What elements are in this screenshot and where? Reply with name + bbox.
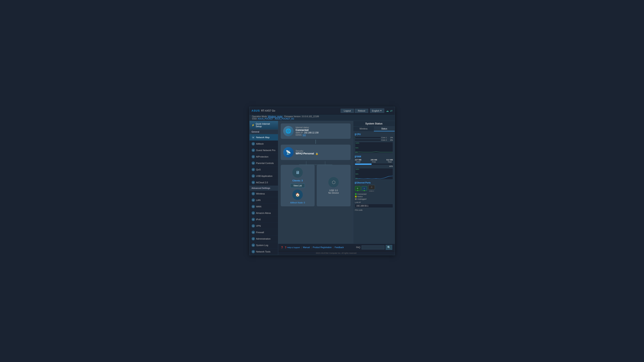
router-box: 📡 Security: WPA2-Personal 🔒: [281, 145, 350, 160]
aimesh-icon: 🏠: [292, 190, 303, 200]
sidebar-item-system-log[interactable]: ●System Log: [250, 242, 278, 249]
cpu-title: CPU: [355, 133, 393, 135]
advanced-nav: ●Wireless●LAN●WAN●Amazon Alexa●IPv6●VPN●…: [250, 191, 278, 255]
sidebar-item-vpn[interactable]: ●VPN: [250, 223, 278, 229]
ddns-link[interactable]: GO: [302, 134, 306, 136]
aimesh-label: AiMesh Node: 0: [290, 202, 305, 204]
sidebar-item-wireless[interactable]: ●Wireless: [250, 191, 278, 197]
feedback-link[interactable]: Feedback: [334, 246, 344, 249]
cpu-section: CPU Core 1 1%: [355, 133, 393, 153]
ram-bar-fill: [355, 164, 372, 165]
sidebar-item-usb-application[interactable]: ●USB Application: [250, 173, 278, 179]
help-support-link[interactable]: ❓ Help & Support: [284, 247, 300, 249]
sidebar-item-network-tools[interactable]: ●Network Tools: [250, 249, 278, 255]
administration-label: Administration: [256, 238, 271, 240]
sidebar-item-parental-controls[interactable]: ●Parental Controls: [250, 160, 278, 166]
sidebar-item-lan[interactable]: ●LAN: [250, 197, 278, 203]
sidebar-item-administration[interactable]: ●Administration: [250, 236, 278, 242]
eth-port-1-wrap: 1: [362, 186, 367, 191]
language-selector[interactable]: English ▾: [370, 108, 384, 113]
security-value: WPA2-Personal 🔒: [296, 152, 318, 155]
system-log-icon: ●: [252, 244, 255, 247]
product-reg-link[interactable]: Product Registration: [313, 246, 332, 249]
usb-icon: ⬡: [328, 177, 339, 187]
share-icon[interactable]: ⇄: [390, 109, 392, 112]
ram-bar-bg: [355, 164, 393, 165]
sidebar-item-ipv6[interactable]: ●IPv6: [250, 216, 278, 223]
aimesh-icon: ●: [252, 142, 255, 145]
sidebar-item-network-map[interactable]: ●Network Map: [250, 134, 278, 141]
reboot-button[interactable]: Reboot: [355, 109, 368, 113]
ram-pct: 44%: [355, 165, 393, 167]
aicloud-label: AiCloud 2.0: [256, 181, 268, 184]
internet-icon: 🌐: [283, 126, 294, 136]
cpu-core1-pct: 1%: [389, 136, 393, 139]
vpn-label: VPN: [256, 225, 261, 227]
ethernet-section: Ethernet Ports ⊟: [355, 182, 393, 211]
wan-ip-value: 192.168.12.158: [304, 132, 318, 134]
view-list-button[interactable]: View List: [290, 183, 305, 188]
copyright: 2023 ASUSTeK Computer Inc. All rights re…: [278, 251, 395, 255]
tab-wireless[interactable]: Wireless: [353, 127, 374, 131]
cpu-core1-row: Core 1 1%: [355, 136, 393, 139]
cpu-core1-bar-bg: [355, 137, 380, 138]
eth-port-wan-dot: [357, 190, 358, 191]
tab-status[interactable]: Status: [374, 127, 395, 131]
logout-button[interactable]: Logout: [340, 109, 354, 113]
asus-logo: ASUS: [252, 109, 260, 112]
operation-mode-value[interactable]: Wireless_router: [268, 115, 282, 118]
eth-port-1-dot: [364, 190, 365, 191]
divider-1: |: [301, 246, 302, 249]
firmware-label: Firmware Version:: [284, 115, 301, 118]
header: ASUS RT-AX57 Go Logout Reboot English ▾ …: [250, 107, 395, 114]
header-icons: ☁ ⇄: [386, 109, 392, 112]
administration-icon: ●: [252, 237, 255, 240]
lock-icon: 🔒: [316, 152, 318, 155]
usb-application-label: USB Application: [256, 175, 272, 177]
manual-link[interactable]: Manual: [303, 246, 310, 249]
search-button[interactable]: 🔍: [386, 245, 392, 250]
sidebar-item-guest-network[interactable]: ●Guest Network Pro: [250, 147, 278, 154]
divider-3: |: [333, 246, 334, 249]
sidebar-item-aiprotection[interactable]: ●AiProtection: [250, 154, 278, 160]
ddns-row: DDNS: GO: [296, 134, 318, 136]
system-status-panel: System Status Wireless Status CPU: [353, 121, 395, 244]
sidebar-item-amazon-alexa[interactable]: ●Amazon Alexa: [250, 210, 278, 216]
main-layout: ⚡ Quick Internet Setup General ●Network …: [250, 121, 395, 255]
ddns-label: DDNS:: [296, 134, 302, 136]
sidebar-item-firewall[interactable]: ●Firewall: [250, 229, 278, 236]
lan-label: LAN: [256, 199, 260, 201]
sidebar-item-qos[interactable]: ●QoS: [250, 166, 278, 173]
ram-total: 512 MB Total: [386, 159, 393, 163]
legend-notice-dot: [355, 196, 356, 197]
amazon-alexa-icon: ●: [252, 211, 255, 215]
status-content: CPU Core 1 1%: [353, 132, 395, 244]
quick-setup-button[interactable]: ⚡ Quick Internet Setup: [250, 121, 278, 129]
qos-icon: ●: [252, 168, 255, 171]
wireless-label: Wireless: [256, 192, 265, 195]
ssid-5ghz: ASUS_POCKET_5G: [275, 118, 294, 120]
cpu-core1-bar-fill: [355, 137, 355, 138]
footer-area: ❓ ❓ Help & Support | Manual | Product Re…: [278, 244, 395, 255]
help-support-icon: ❓: [281, 246, 283, 249]
sidebar-item-aicloud[interactable]: ●AiCloud 2.0: [250, 179, 278, 186]
firmware-value: 3.0.0.6.102_22189: [302, 115, 319, 118]
cpu-core2-pct: 0%: [389, 139, 393, 141]
sidebar-item-wan[interactable]: ●WAN: [250, 203, 278, 210]
status-tabs: Wireless Status: [353, 127, 395, 132]
search-input[interactable]: [362, 245, 384, 249]
setup-icon: ⚡: [252, 124, 254, 127]
wan-ip-row: WAN IP: 192.168.12.158: [296, 132, 318, 134]
ram-title: RAM: [355, 155, 393, 158]
wireless-icon: ●: [252, 192, 255, 195]
cloud-icon[interactable]: ☁: [386, 109, 389, 112]
sidebar: ⚡ Quick Internet Setup General ●Network …: [250, 121, 278, 255]
sidebar-item-aimesh[interactable]: ●AiMesh: [250, 141, 278, 147]
qos-label: QoS: [256, 168, 261, 171]
chevron-down-icon: ▾: [380, 109, 382, 112]
aiprotection-label: AiProtection: [256, 155, 268, 158]
clients-label: Clients: 3: [292, 179, 303, 182]
eth-port-1-label: 1: [364, 187, 364, 189]
eth-port-wan: ⊟: [355, 186, 360, 191]
network-map-label: Network Map: [256, 136, 270, 139]
